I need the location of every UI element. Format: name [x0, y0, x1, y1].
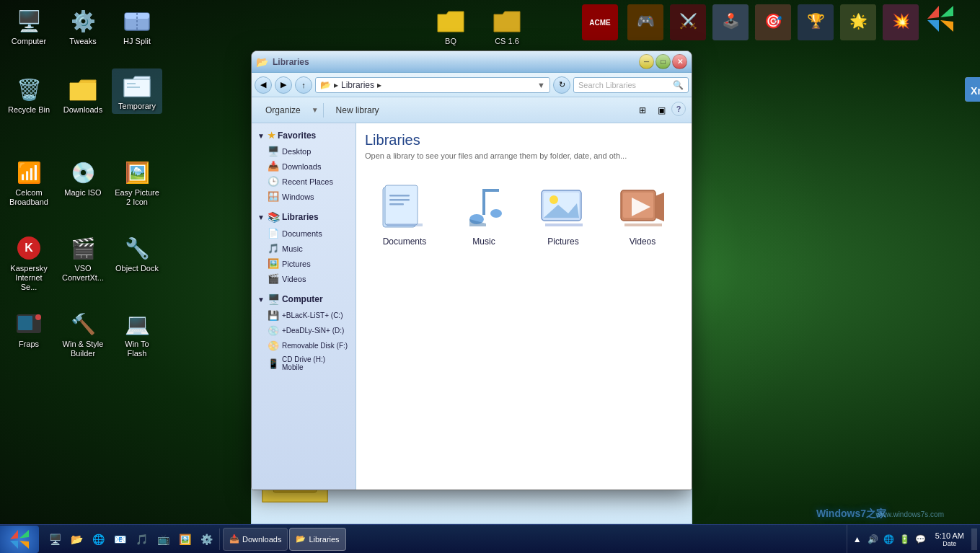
organize-button[interactable]: Organize [257, 101, 309, 120]
tray-network[interactable]: 🌐 [882, 532, 896, 547]
forward-button[interactable]: ▶ [275, 76, 292, 94]
svg-text:Xn: Xn [971, 85, 980, 97]
kaspersky-icon[interactable]: K Kaspersky Internet Se... [4, 231, 54, 296]
quick-firefox[interactable]: 🌐 [88, 529, 108, 549]
nav-music[interactable]: 🎵 Music [253, 241, 354, 256]
downloads-nav-icon: 📥 [268, 161, 279, 172]
svg-point-62 [490, 209, 502, 218]
show-desktop-corner[interactable] [971, 528, 977, 550]
nav-windows[interactable]: 🪟 Windows [253, 189, 354, 204]
downloads-taskbar-icon: 📥 [229, 534, 239, 544]
change-view-button[interactable]: ⊞ [634, 102, 651, 119]
back-button[interactable]: ◀ [255, 76, 272, 94]
up-button[interactable]: ↑ [295, 76, 312, 94]
quick-email[interactable]: 📧 [110, 529, 130, 549]
game6-icon[interactable]: 🌟 [837, 1, 877, 45]
window-folder-icon: 📂 [256, 56, 268, 68]
tray-battery[interactable]: 🔋 [898, 532, 912, 547]
libraries-section[interactable]: ▼ 📚 Libraries [252, 208, 356, 226]
game2-icon[interactable]: ⚔️ [667, 1, 707, 45]
acme-game-icon[interactable]: ACME [578, 1, 622, 45]
computer-icon[interactable]: 🖥️ Computer [4, 4, 54, 49]
objectdock-icon[interactable]: 🔧 Object Dock [112, 231, 162, 276]
start-button[interactable] [0, 526, 39, 553]
pictures-library-item[interactable]: Pictures [531, 176, 596, 252]
tray-volume[interactable]: 🔊 [866, 532, 880, 547]
search-box[interactable]: Search Libraries 🔍 [573, 77, 689, 93]
cs16-folder-icon[interactable]: CS 1.6 [482, 4, 532, 49]
easypicture-icon[interactable]: 🖼️ Easy Picture 2 Icon [112, 155, 162, 210]
game5-icon[interactable]: 🏆 [795, 1, 834, 45]
windows7-logo-icon[interactable] [922, 1, 958, 45]
hjsplit-icon[interactable]: HJ Split [112, 4, 162, 49]
quick-media[interactable]: 🎵 [131, 529, 151, 549]
recyclebin-icon[interactable]: 🗑️ Recycle Bin [4, 72, 54, 118]
bq-folder-icon[interactable]: BQ [425, 4, 476, 49]
quick-media-player[interactable]: 📺 [153, 529, 173, 549]
tray-msg[interactable]: 💬 [914, 532, 928, 547]
game7-icon[interactable]: 💥 [880, 1, 919, 45]
downloads-desktop-icon[interactable]: Downloads [58, 72, 108, 118]
computer-section[interactable]: ▼ 🖥️ Computer [252, 291, 356, 308]
close-button[interactable]: ✕ [672, 54, 687, 69]
address-bar[interactable]: 📂 ▸ Libraries ▸ ▼ [315, 77, 550, 93]
temporary-icon[interactable]: Temporary [112, 68, 162, 114]
favorites-label: Favorites [278, 130, 316, 141]
xnview-icon[interactable]: Xn [952, 72, 980, 108]
quick-explorer[interactable]: 📂 [66, 529, 87, 549]
winstyle-icon[interactable]: 🔨 Win & Style Builder [58, 306, 108, 361]
refresh-button[interactable]: ↻ [553, 76, 570, 94]
new-library-button[interactable]: New library [328, 101, 387, 120]
quick-show-desktop[interactable]: 🖥️ [45, 529, 65, 549]
drive-d-icon: 💿 [268, 325, 279, 336]
window-content: ▼ ★ Favorites 🖥️ Desktop 📥 Downloads 🕒 R… [252, 123, 692, 490]
taskbar-clock[interactable]: 5:10 AM Date [930, 531, 970, 547]
music-library-item[interactable]: Music [451, 176, 516, 252]
game3-icon[interactable]: 🕹️ [710, 1, 749, 45]
nav-downloads[interactable]: 📥 Downloads [253, 159, 354, 174]
celcom-icon[interactable]: 📶 Celcom Broadband [4, 155, 54, 210]
taskbar-downloads-item[interactable]: 📥 Downloads [223, 528, 288, 551]
documents-library-label: Documents [375, 236, 434, 247]
desktop-icons-area: 🖥️ Computer ⚙️ Tweaks HJ Split 🗑️ Recycl… [0, 0, 166, 519]
nav-pictures-label: Pictures [282, 260, 311, 268]
music-library-label: Music [454, 236, 513, 247]
nav-desktop-label: Desktop [282, 147, 311, 156]
game4-icon[interactable]: 🎯 [752, 1, 792, 45]
fraps-icon[interactable]: Fraps [4, 306, 54, 352]
documents-nav-icon: 📄 [268, 228, 279, 239]
documents-library-item[interactable]: Documents [372, 176, 437, 252]
game1-icon[interactable]: 🎮 [624, 1, 664, 45]
magiciso-icon[interactable]: 💿 Magic ISO [58, 155, 108, 200]
nav-videos[interactable]: 🎬 Videos [253, 271, 354, 286]
quick-extra2[interactable]: ⚙️ [196, 529, 216, 549]
nav-pictures[interactable]: 🖼️ Pictures [253, 256, 354, 271]
nav-recent-places[interactable]: 🕒 Recent Places [253, 174, 354, 189]
nav-documents[interactable]: 📄 Documents [253, 226, 354, 241]
downloads-folder-icon [69, 75, 97, 104]
libraries-taskbar-label: Libraries [309, 535, 339, 544]
vso-icon[interactable]: 🎬 VSO ConvertXt... [58, 231, 108, 286]
nav-drive-d[interactable]: 💿 +DeaDLy-SiN+ (D:) [253, 323, 354, 338]
main-pane: Libraries Open a library to see your fil… [356, 123, 692, 490]
preview-pane-button[interactable]: ▣ [653, 102, 670, 119]
nav-desktop[interactable]: 🖥️ Desktop [253, 143, 354, 159]
quick-extra1[interactable]: 🖼️ [175, 529, 195, 549]
toolbar-right-buttons: ⊞ ▣ ? [634, 102, 686, 119]
help-button[interactable]: ? [671, 102, 686, 116]
tray-up-arrow[interactable]: ▲ [850, 532, 865, 547]
music-library-icon [459, 182, 509, 232]
svg-marker-75 [624, 224, 662, 226]
minimize-button[interactable]: ─ [639, 54, 654, 69]
wintoflash-icon[interactable]: 💻 Win To Flash [112, 306, 162, 361]
favorites-arrow: ▼ [257, 132, 265, 140]
favorites-section[interactable]: ▼ ★ Favorites [252, 128, 356, 143]
taskbar-libraries-item[interactable]: 📂 Libraries [289, 528, 345, 551]
tweaks-icon[interactable]: ⚙️ Tweaks [58, 4, 108, 49]
videos-library-item[interactable]: Videos [610, 176, 675, 252]
nav-drive-c[interactable]: 💾 +BLacK-LiST+ (C:) [253, 308, 354, 323]
maximize-button[interactable]: □ [655, 54, 671, 69]
nav-drive-f[interactable]: 📀 Removable Disk (F:) [253, 338, 354, 353]
winstyle-label: Win & Style Builder [61, 340, 105, 358]
nav-drive-h[interactable]: 📱 CD Drive (H:) Mobile [253, 353, 354, 373]
